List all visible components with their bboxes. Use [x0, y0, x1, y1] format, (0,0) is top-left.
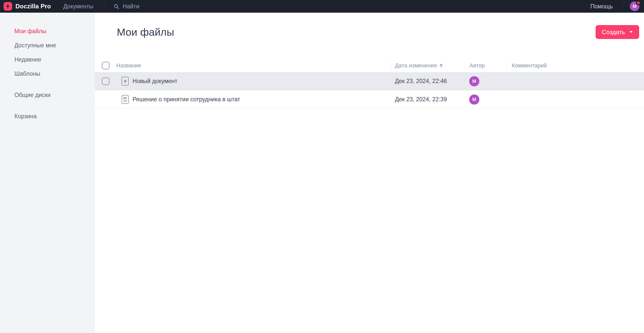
- doczilla-document-icon: [122, 77, 129, 86]
- sidebar-item-my-files[interactable]: Мои файлы: [0, 24, 95, 38]
- sidebar-item-label: Общие диски: [14, 92, 51, 99]
- search-icon: [113, 4, 119, 9]
- sidebar-item-label: Недавние: [14, 56, 41, 63]
- files-table: Название Дата изменения Автор: [95, 59, 644, 109]
- page-title: Мои файлы: [117, 26, 174, 38]
- column-header-label: Дата изменения: [395, 62, 437, 69]
- create-button-label: Создать: [602, 29, 625, 36]
- brand-title[interactable]: Doczilla Pro: [15, 3, 51, 10]
- search-input[interactable]: Найти: [113, 3, 220, 10]
- sidebar-item-label: Корзина: [14, 113, 37, 120]
- topbar: Doczilla Pro Документы Найти Помощь М: [0, 0, 644, 13]
- topbar-divider: [623, 3, 623, 10]
- sidebar-item-recent[interactable]: Недавние: [0, 52, 95, 67]
- column-header-comment[interactable]: Комментарий: [512, 62, 547, 69]
- nav-item-documents[interactable]: Документы: [63, 3, 93, 10]
- author-avatar: М: [469, 94, 479, 105]
- row-checkbox[interactable]: [102, 77, 109, 85]
- table-row[interactable]: Новый документ Дек 23, 2024, 22:46 М: [95, 72, 644, 90]
- file-modified-date: Дек 23, 2024, 22:46: [391, 78, 465, 85]
- app-logo[interactable]: [4, 2, 12, 11]
- column-header-author[interactable]: Автор: [469, 62, 485, 69]
- table-row[interactable]: DO CX Решение о принятии сотрудника в шт…: [95, 90, 644, 109]
- chevron-down-icon: [629, 31, 633, 33]
- search-placeholder: Найти: [123, 3, 139, 10]
- sort-ascending-arrow-icon: [439, 63, 443, 68]
- main-content: Мои файлы Создать Название Дата изм: [95, 13, 644, 333]
- file-name: Решение о принятии сотрудника в штат: [132, 96, 240, 103]
- sidebar-item-templates[interactable]: Шаблоны: [0, 67, 95, 81]
- sidebar-item-shared-drives[interactable]: Общие диски: [0, 88, 95, 102]
- file-modified-date: Дек 23, 2024, 22:39: [391, 96, 465, 103]
- sidebar-item-trash[interactable]: Корзина: [0, 109, 95, 123]
- sidebar-item-label: Доступные мне: [14, 42, 56, 49]
- sidebar-item-shared-with-me[interactable]: Доступные мне: [0, 38, 95, 52]
- sidebar: Мои файлы Доступные мне Недавние Шаблоны…: [0, 13, 95, 333]
- file-name: Новый документ: [132, 78, 177, 85]
- user-avatar[interactable]: М: [630, 2, 639, 11]
- sidebar-item-label: Шаблоны: [14, 70, 40, 77]
- column-header-name[interactable]: Название: [116, 62, 141, 69]
- notification-dot-icon: [636, 1, 641, 5]
- create-button[interactable]: Создать: [596, 25, 639, 39]
- author-avatar: М: [469, 76, 479, 86]
- docx-file-icon: DO CX: [122, 95, 129, 104]
- sidebar-item-label: Мои файлы: [14, 28, 46, 35]
- help-link[interactable]: Помощь: [590, 3, 613, 10]
- docx-icon-text: CX: [123, 100, 127, 102]
- column-header-modified[interactable]: Дата изменения: [395, 62, 443, 69]
- table-header-row: Название Дата изменения Автор: [95, 59, 644, 72]
- select-all-checkbox[interactable]: [102, 62, 109, 69]
- docx-icon-text: DO: [123, 97, 127, 100]
- lightning-bolt-icon: [6, 4, 10, 9]
- topbar-divider: [105, 3, 105, 10]
